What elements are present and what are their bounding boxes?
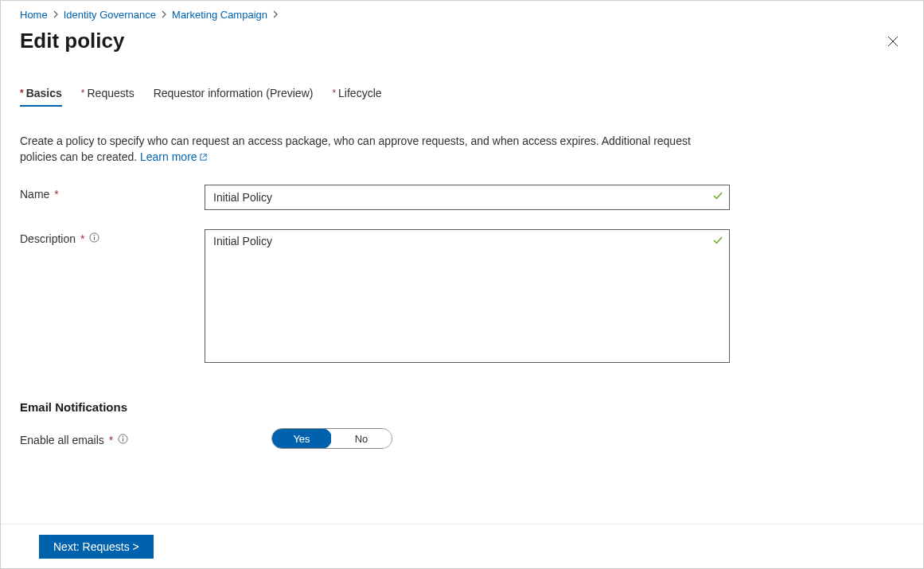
tab-label: Lifecycle [338, 87, 381, 99]
tabs: * Basics * Requests Requestor informatio… [1, 53, 923, 106]
name-input[interactable] [205, 185, 730, 210]
enable-emails-label: Enable all emails * [20, 431, 271, 446]
required-star-icon: * [332, 88, 336, 98]
tab-lifecycle[interactable]: * Lifecycle [332, 87, 381, 106]
toggle-option-yes[interactable]: Yes [271, 428, 332, 449]
intro-text: Create a policy to specify who can reque… [20, 133, 712, 166]
svg-rect-5 [123, 438, 123, 442]
description-label: Description * [20, 229, 205, 245]
checkmark-icon [712, 190, 723, 204]
description-field-wrap [205, 229, 730, 365]
chevron-right-icon [272, 10, 279, 21]
breadcrumb-home[interactable]: Home [20, 9, 48, 21]
tab-label: Requestor information (Preview) [154, 87, 314, 99]
learn-more-link[interactable]: Learn more [140, 150, 208, 163]
close-icon [887, 35, 899, 48]
description-input[interactable] [205, 229, 730, 363]
toggle-option-no[interactable]: No [331, 429, 392, 448]
form-row-enable-emails: Enable all emails * Yes No [20, 428, 904, 449]
required-star-icon: * [109, 434, 113, 446]
svg-point-1 [94, 235, 95, 236]
required-star-icon: * [54, 188, 58, 201]
svg-point-4 [123, 436, 123, 437]
required-star-icon: * [81, 88, 85, 98]
breadcrumb: Home Identity Governance Marketing Campa… [1, 1, 923, 21]
breadcrumb-marketing-campaign[interactable]: Marketing Campaign [172, 9, 267, 21]
tab-label: Basics [26, 87, 62, 99]
page-frame: Home Identity Governance Marketing Campa… [0, 0, 924, 569]
tab-basics[interactable]: * Basics [20, 87, 62, 106]
tab-requests[interactable]: * Requests [81, 87, 135, 106]
chevron-right-icon [161, 10, 167, 21]
required-star-icon: * [20, 88, 24, 98]
chevron-right-icon [53, 10, 59, 21]
close-button[interactable] [882, 30, 904, 53]
breadcrumb-identity-governance[interactable]: Identity Governance [64, 9, 156, 21]
svg-rect-2 [94, 237, 95, 240]
form-row-description: Description * [20, 229, 904, 365]
info-icon[interactable] [118, 434, 128, 446]
name-field-wrap [205, 185, 730, 210]
name-label: Name * [20, 185, 205, 201]
tab-requestor-info[interactable]: Requestor information (Preview) [154, 87, 314, 106]
tab-label: Requests [88, 87, 135, 99]
form-row-name: Name * [20, 185, 904, 210]
external-link-icon [199, 150, 208, 166]
tab-content: Create a policy to specify who can reque… [1, 106, 923, 449]
required-star-icon: * [80, 232, 84, 245]
info-icon[interactable] [89, 232, 99, 245]
page-title: Edit policy [20, 29, 124, 53]
footer-bar: Next: Requests > [1, 524, 923, 568]
email-notifications-heading: Email Notifications [20, 400, 904, 414]
page-header: Edit policy [1, 21, 923, 53]
next-button[interactable]: Next: Requests > [39, 535, 154, 559]
checkmark-icon [712, 235, 723, 248]
enable-emails-toggle[interactable]: Yes No [271, 428, 392, 449]
